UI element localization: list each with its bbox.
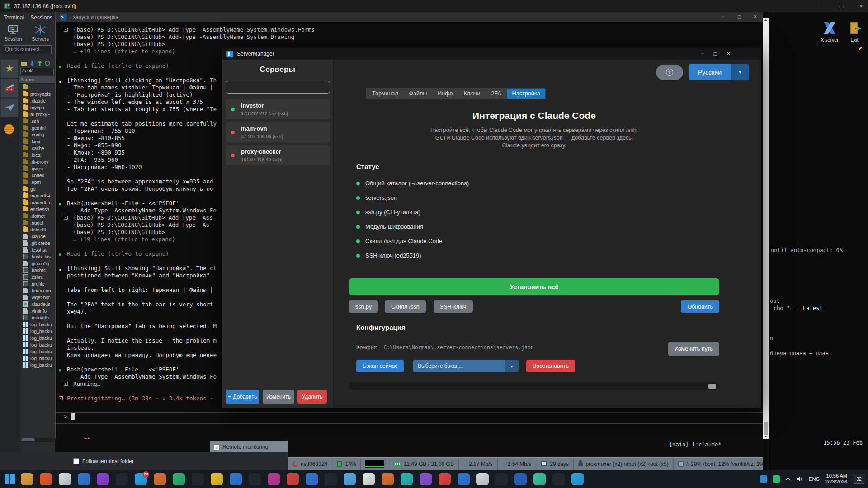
- strip-thumb[interactable]: [708, 384, 716, 389]
- scrollbar-thumb[interactable]: [764, 422, 768, 435]
- taskbar-app-icon[interactable]: [59, 473, 71, 485]
- keyboard-language[interactable]: ENG: [809, 476, 820, 482]
- servers-button[interactable]: Servers: [30, 25, 51, 42]
- server-card[interactable]: proxy-checker161.97.118.40 [ssh]: [226, 145, 330, 165]
- tray-pinned-icon-1[interactable]: [760, 475, 767, 483]
- file-row[interactable]: .claude.js: [19, 300, 55, 307]
- taskbar-app-icon[interactable]: [476, 473, 489, 485]
- file-row[interactable]: .npm: [19, 178, 55, 185]
- file-row[interactable]: .bash_his: [19, 253, 55, 260]
- server-search-input[interactable]: [226, 81, 330, 94]
- file-list-hscrollbar[interactable]: [20, 438, 55, 442]
- backup-select[interactable]: Выберите бэкап... ▾: [413, 360, 519, 372]
- scroll-up-arrow[interactable]: [764, 19, 768, 21]
- folder-up-icon[interactable]: [21, 61, 27, 66]
- taskbar-app-icon[interactable]: [439, 473, 451, 485]
- install-part-button[interactable]: ssh.py: [349, 300, 378, 313]
- taskbar-app-icon[interactable]: [382, 473, 394, 485]
- taskbar-app-icon[interactable]: [40, 473, 52, 485]
- taskbar-app-icon[interactable]: [533, 473, 546, 485]
- file-row[interactable]: dotnet9: [19, 226, 55, 233]
- taskbar-app-icon[interactable]: [249, 473, 261, 485]
- taskbar-app-icon[interactable]: [154, 473, 166, 485]
- tray-expand-chevron[interactable]: [785, 476, 791, 482]
- terminal-prompt[interactable]: >: [64, 413, 75, 420]
- server-card[interactable]: investor173.212.212.157 [ssh]: [226, 99, 330, 119]
- file-row[interactable]: .gitconfig: [19, 260, 55, 267]
- file-row[interactable]: log_backu: [19, 321, 55, 328]
- add-server-button[interactable]: + Добавить: [226, 390, 259, 404]
- file-row[interactable]: .claude: [19, 233, 55, 239]
- taskbar-app-icon[interactable]: [401, 473, 413, 485]
- quick-connect-input[interactable]: Quick connect...: [3, 45, 52, 54]
- terminal-close-button[interactable]: ×: [754, 14, 757, 20]
- taskbar-app-icon[interactable]: [514, 473, 527, 485]
- terminal-maximize-button[interactable]: □: [738, 14, 741, 20]
- taskbar-app-icon[interactable]: [97, 473, 109, 485]
- taskbar-app-icon[interactable]: [420, 473, 432, 485]
- checkbox-unchecked-icon[interactable]: [73, 458, 79, 464]
- terminal-minimize-button[interactable]: −: [722, 14, 725, 20]
- file-row[interactable]: .viminfo: [19, 307, 55, 314]
- file-row[interactable]: log_backu: [19, 341, 55, 348]
- path-input[interactable]: /root/: [20, 68, 54, 75]
- favorites-button[interactable]: ★: [0, 59, 19, 78]
- tools-button[interactable]: [0, 79, 19, 98]
- sm-close-button[interactable]: ×: [727, 51, 730, 57]
- install-part-button[interactable]: Скилл /ssh: [385, 300, 425, 313]
- scroll-down-arrow[interactable]: [764, 436, 768, 437]
- change-path-button[interactable]: Изменить путь: [668, 342, 719, 356]
- start-button[interactable]: [5, 474, 15, 484]
- taskbar-app-icon[interactable]: [230, 473, 242, 485]
- taskbar-app-icon[interactable]: [552, 473, 565, 485]
- terminal-scrollbar[interactable]: [763, 18, 769, 439]
- file-row[interactable]: .profile: [19, 280, 55, 287]
- maximize-button[interactable]: □: [837, 3, 845, 9]
- file-row[interactable]: go: [19, 185, 55, 192]
- taskbar-app-icon[interactable]: [495, 473, 508, 485]
- taskbar-app-icon[interactable]: [306, 473, 318, 485]
- servermanager-window[interactable]: ServerManager − □ × Серверы investor173.…: [222, 47, 761, 408]
- delete-server-button[interactable]: Удалить: [297, 390, 327, 404]
- file-row[interactable]: .git-crede: [19, 239, 55, 246]
- file-row[interactable]: log_backu: [19, 334, 55, 341]
- taskbar-app-icon[interactable]: [571, 473, 584, 485]
- taskbar-app-icon[interactable]: [192, 473, 204, 485]
- edit-server-button[interactable]: Изменить: [263, 390, 294, 404]
- file-row[interactable]: myvpn: [19, 104, 55, 111]
- taskbar-app-icon[interactable]: [116, 473, 128, 485]
- file-row[interactable]: .ssh: [19, 117, 55, 124]
- refresh-button[interactable]: Обновить: [681, 300, 719, 313]
- refresh-icon[interactable]: [45, 61, 50, 66]
- close-button[interactable]: ×: [857, 3, 865, 9]
- taskbar-app-icon[interactable]: [78, 473, 90, 485]
- install-part-button[interactable]: SSH-ключ: [434, 300, 472, 313]
- taskbar-app-icon[interactable]: [211, 473, 223, 485]
- file-row[interactable]: .dotnet: [19, 212, 55, 219]
- file-row[interactable]: .local: [19, 151, 55, 158]
- file-row[interactable]: .codex: [19, 172, 55, 178]
- taskbar-app-icon[interactable]: [344, 473, 356, 485]
- file-row[interactable]: log_backu: [19, 328, 55, 334]
- install-all-button[interactable]: Установить всё: [349, 278, 719, 295]
- taskbar-app-icon[interactable]: [287, 473, 299, 485]
- file-row[interactable]: proxyapis: [19, 90, 55, 97]
- file-row[interactable]: .claude: [19, 97, 55, 104]
- taskbar-app-icon[interactable]: [21, 473, 33, 485]
- restore-button[interactable]: Восстановить: [526, 360, 575, 372]
- desktop-icon-xserver[interactable]: X server: [816, 20, 843, 42]
- file-row[interactable]: .wget-hst: [19, 294, 55, 300]
- bottom-scroll-strip[interactable]: [349, 382, 719, 390]
- backup-now-button[interactable]: Бэкап сейчас: [356, 360, 404, 372]
- taskbar-app-icon[interactable]: [363, 473, 375, 485]
- send-button[interactable]: [0, 98, 19, 117]
- taskbar-app-icon[interactable]: [268, 473, 280, 485]
- file-column-header[interactable]: Name: [19, 76, 55, 84]
- file-row[interactable]: .nuget: [19, 219, 55, 226]
- file-row[interactable]: mariadb-c: [19, 199, 55, 206]
- file-row[interactable]: .cache: [19, 145, 55, 151]
- file-row[interactable]: ai-proxy~: [19, 111, 55, 117]
- desktop-icon-exit[interactable]: Exit: [841, 20, 868, 42]
- tray-pinned-icon-2[interactable]: [773, 475, 780, 483]
- file-row[interactable]: endlessh: [19, 206, 55, 212]
